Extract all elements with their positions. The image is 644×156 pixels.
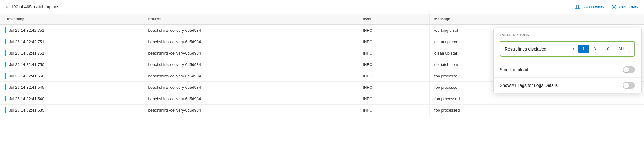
- cell-source: beachshirts-delivery-6d5d984: [143, 59, 358, 70]
- cell-level: INFO: [358, 59, 430, 70]
- blue-bar-indicator: [5, 39, 6, 44]
- cell-level: INFO: [358, 25, 430, 36]
- cell-message: foo processed!: [429, 105, 644, 116]
- cell-level: INFO: [358, 36, 430, 47]
- blue-bar-indicator: [5, 96, 6, 101]
- result-btn-1[interactable]: 1: [578, 45, 589, 53]
- svg-rect-0: [575, 5, 577, 9]
- svg-rect-2: [579, 5, 580, 9]
- result-lines-close[interactable]: x: [573, 47, 575, 51]
- cell-timestamp: Jul 26 14:32:42.751: [0, 36, 143, 47]
- popup-header-section: Table options Result lines displayed x 1…: [494, 28, 641, 62]
- timestamp-value: Jul 26 14:32:41.545: [9, 85, 44, 90]
- show-all-tags-label: Show All Tags for Logs Details: [500, 83, 558, 88]
- cell-timestamp: Jul 26 14:32:41.540: [0, 93, 143, 105]
- cell-level: INFO: [358, 70, 430, 82]
- svg-point-3: [613, 6, 615, 8]
- timestamp-value: Jul 26 14:32:41.751: [9, 51, 44, 55]
- blue-bar-indicator: [5, 50, 6, 56]
- cell-source: beachshirts-delivery-6d5d984: [143, 70, 358, 82]
- blue-bar-indicator: [5, 107, 6, 113]
- columns-icon: [575, 4, 580, 10]
- cell-timestamp: Jul 26 14:32:41.751: [0, 47, 143, 59]
- result-btn-10[interactable]: 10: [600, 45, 614, 53]
- cell-timestamp: Jul 26 14:32:41.550: [0, 70, 143, 82]
- cell-timestamp: Jul 26 14:32:42.751: [0, 25, 143, 36]
- scroll-autoload-toggle[interactable]: [623, 66, 635, 73]
- cell-timestamp: Jul 26 14:32:41.750: [0, 59, 143, 70]
- options-button[interactable]: OPTIONS: [611, 4, 638, 10]
- result-btn-3[interactable]: 3: [589, 45, 600, 53]
- table-wrapper: Timestamp ↓ Source level Message Jul 26 …: [0, 14, 644, 116]
- table-row[interactable]: Jul 26 14:32:41.535beachshirts-delivery-…: [0, 105, 644, 116]
- cell-source: beachshirts-delivery-6d5d984: [143, 105, 358, 116]
- th-message[interactable]: Message: [429, 14, 644, 25]
- options-label: OPTIONS: [619, 5, 638, 9]
- timestamp-value: Jul 26 14:32:41.535: [9, 108, 44, 113]
- svg-rect-1: [577, 5, 578, 9]
- timestamp-value: Jul 26 14:32:41.540: [9, 96, 44, 101]
- result-lines-buttons: 1310ALL: [578, 45, 630, 53]
- columns-button[interactable]: COLUMNS: [575, 4, 604, 10]
- timestamp-value: Jul 26 14:32:41.750: [9, 62, 44, 67]
- blue-bar-indicator: [5, 84, 6, 90]
- gear-icon: [611, 4, 617, 10]
- timestamp-value: Jul 26 14:32:42.751: [9, 28, 44, 33]
- cell-level: INFO: [358, 105, 430, 116]
- cell-source: beachshirts-delivery-6d5d984: [143, 82, 358, 93]
- show-all-tags-row: Show All Tags for Logs Details: [494, 78, 641, 93]
- cell-timestamp: Jul 26 14:32:41.545: [0, 82, 143, 93]
- top-bar: « 100 of 485 matching logs COLUMNS OPTIO…: [0, 0, 644, 14]
- popup-overlay: Table options Result lines displayed x 1…: [493, 28, 642, 93]
- th-timestamp[interactable]: Timestamp ↓: [0, 14, 143, 25]
- timestamp-value: Jul 26 14:32:42.751: [9, 39, 44, 44]
- result-lines-row: Result lines displayed x 1310ALL: [500, 41, 635, 57]
- back-icon[interactable]: «: [6, 4, 9, 9]
- th-source[interactable]: Source: [143, 14, 358, 25]
- cell-level: INFO: [358, 93, 430, 105]
- scroll-autoload-label: Scroll autoload: [500, 67, 528, 72]
- blue-bar-indicator: [5, 73, 6, 79]
- top-bar-left: « 100 of 485 matching logs: [6, 4, 59, 9]
- blue-bar-indicator: [5, 27, 6, 33]
- top-bar-right: COLUMNS OPTIONS: [575, 4, 638, 10]
- table-row[interactable]: Jul 26 14:32:41.540beachshirts-delivery-…: [0, 93, 644, 105]
- cell-timestamp: Jul 26 14:32:41.535: [0, 105, 143, 116]
- cell-level: INFO: [358, 47, 430, 59]
- cell-source: beachshirts-delivery-6d5d984: [143, 47, 358, 59]
- timestamp-value: Jul 26 14:32:41.550: [9, 74, 44, 78]
- cell-message: foo processed!: [429, 93, 644, 105]
- log-count: 100 of 485 matching logs: [11, 4, 59, 9]
- cell-level: INFO: [358, 82, 430, 93]
- options-popup: Table options Result lines displayed x 1…: [493, 28, 642, 93]
- show-all-tags-toggle[interactable]: [623, 82, 635, 89]
- blue-bar-indicator: [5, 62, 6, 67]
- th-level[interactable]: level: [358, 14, 430, 25]
- scroll-autoload-row: Scroll autoload: [494, 62, 641, 78]
- cell-source: beachshirts-delivery-6d5d984: [143, 36, 358, 47]
- popup-section-title: Table options: [500, 33, 635, 37]
- result-btn-all[interactable]: ALL: [614, 45, 630, 53]
- result-lines-label: Result lines displayed: [505, 47, 570, 51]
- columns-label: COLUMNS: [582, 5, 604, 9]
- cell-source: beachshirts-delivery-6d5d984: [143, 25, 358, 36]
- sort-icon: ↓: [27, 17, 29, 21]
- table-header: Timestamp ↓ Source level Message: [0, 14, 644, 25]
- cell-source: beachshirts-delivery-6d5d984: [143, 93, 358, 105]
